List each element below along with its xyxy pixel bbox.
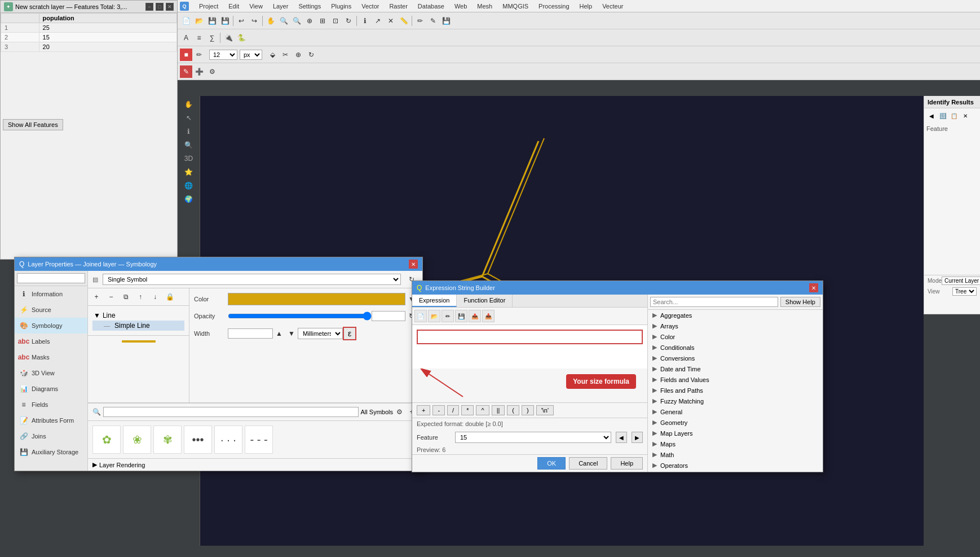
zoom-layer-btn[interactable]: ⊞ (316, 15, 329, 27)
mode-select[interactable]: Current Layer (942, 277, 980, 285)
cat-general[interactable]: ▶ General (648, 406, 823, 417)
op-concat[interactable]: || (492, 405, 505, 415)
plugin-btn[interactable]: 🔌 (222, 32, 235, 44)
cat-datetime[interactable]: ▶ Date and Time (648, 363, 823, 374)
new-file-btn[interactable]: 📄 (180, 15, 192, 27)
menu-vector[interactable]: Vector (357, 2, 383, 11)
zoom-out-btn[interactable]: 🔍 (290, 15, 303, 27)
menu-plugins[interactable]: Plugins (326, 2, 356, 11)
identify-tb-btn-3[interactable]: 📋 (949, 111, 959, 121)
map-3d-btn[interactable]: 3D (183, 152, 195, 165)
rm-sym-btn[interactable]: − (105, 291, 117, 303)
sidebar-item-joins[interactable]: 🔗 Joins (15, 428, 87, 444)
lock-sym-btn[interactable]: 🔒 (164, 291, 176, 303)
menu-edit[interactable]: Edit (224, 2, 244, 11)
layer-props-close-btn[interactable]: ✕ (409, 260, 418, 269)
op-minus[interactable]: - (432, 405, 445, 415)
features-close-btn[interactable]: ✕ (166, 3, 174, 11)
expr-cancel-btn[interactable]: Cancel (569, 457, 607, 470)
identify-btn[interactable]: ℹ (359, 15, 371, 27)
cat-arrays[interactable]: ▶ Arrays (648, 321, 823, 331)
menu-mesh[interactable]: Mesh (473, 2, 497, 11)
expr-help-btn[interactable]: Help (611, 457, 643, 470)
field-calc-btn[interactable]: ∑ (206, 32, 218, 44)
map-pan-btn[interactable]: ✋ (183, 98, 195, 111)
redo-btn[interactable]: ↪ (248, 15, 261, 27)
op-lparen[interactable]: ( (507, 405, 519, 415)
opacity-value[interactable]: 100.0 % (372, 311, 405, 321)
tab-function-editor[interactable]: Function Editor (457, 295, 513, 307)
menu-web[interactable]: Web (450, 2, 471, 11)
open-btn[interactable]: 📂 (193, 15, 205, 27)
sidebar-item-labels[interactable]: abc Labels (15, 334, 87, 349)
rotate-btn[interactable]: ↻ (305, 49, 317, 61)
map-globe-btn[interactable]: 🌐 (183, 179, 195, 192)
undo-btn[interactable]: ↩ (235, 15, 248, 27)
add-feature-btn[interactable]: ➕ (193, 65, 205, 78)
show-help-btn[interactable]: Show Help (780, 297, 820, 307)
toggle-edit2-btn[interactable]: ✎ (180, 65, 192, 78)
dup-sym-btn[interactable]: ⧉ (120, 291, 132, 303)
feature-next-btn[interactable]: ▶ (632, 432, 643, 443)
cat-aggregates[interactable]: ▶ Aggregates (648, 310, 823, 321)
tree-item-line[interactable]: ▼ Line (92, 310, 184, 321)
sidebar-item-fields[interactable]: ≡ Fields (15, 397, 87, 413)
identify-tb-btn-4[interactable]: ✕ (960, 111, 970, 121)
merge-btn[interactable]: ⊕ (292, 49, 304, 61)
sidebar-item-source[interactable]: ⚡ Source (15, 302, 87, 318)
save-as-btn[interactable]: 💾 (219, 15, 231, 27)
up-sym-btn[interactable]: ↑ (134, 291, 147, 303)
sidebar-item-symbology[interactable]: 🎨 Symbology (15, 318, 87, 334)
map-bookmark-btn[interactable]: ⭐ (183, 166, 195, 178)
menu-layer[interactable]: Layer (268, 2, 293, 11)
advanced-digitize-btn[interactable]: ⚙ (206, 65, 218, 78)
op-multiply[interactable]: * (461, 405, 474, 415)
width-up-btn[interactable]: ▲ (273, 327, 285, 340)
view-select[interactable]: Tree (952, 287, 977, 296)
down-sym-btn[interactable]: ↓ (149, 291, 161, 303)
menu-settings[interactable]: Settings (294, 2, 325, 11)
expr-close-btn[interactable]: ✕ (809, 283, 818, 292)
refresh-btn[interactable]: ↻ (342, 15, 355, 27)
sidebar-item-diagrams[interactable]: 📊 Diagrams (15, 381, 87, 397)
menu-mmqgis[interactable]: MMQGIS (498, 2, 533, 11)
cat-files-paths[interactable]: ▶ Files and Paths (648, 385, 823, 396)
zoom-in-btn[interactable]: 🔍 (277, 15, 290, 27)
cat-conditionals[interactable]: ▶ Conditionals (648, 342, 823, 353)
cat-geometry[interactable]: ▶ Geometry (648, 417, 823, 428)
cat-math[interactable]: ▶ Math (648, 449, 823, 460)
all-symbols-input[interactable] (103, 407, 359, 417)
menu-raster[interactable]: Raster (385, 2, 412, 11)
cat-fuzzy[interactable]: ▶ Fuzzy Matching (648, 396, 823, 406)
gallery-item-1[interactable]: ✿ (92, 426, 121, 454)
zoom-full-btn[interactable]: ⊕ (303, 15, 316, 27)
features-minimize-btn[interactable]: − (145, 3, 153, 11)
cat-fields-values[interactable]: ▶ Fields and Values (648, 374, 823, 385)
map-globe2-btn[interactable]: 🌍 (183, 193, 195, 205)
feature-select[interactable]: 15 (455, 432, 611, 443)
identify-tb-btn-2[interactable]: 🔢 (938, 111, 948, 121)
gallery-item-6[interactable]: - - - (245, 426, 273, 454)
python-btn[interactable]: 🐍 (235, 32, 248, 44)
op-newline[interactable]: '\n' (536, 405, 554, 415)
menu-project[interactable]: Project (195, 2, 223, 11)
sidebar-item-attributes-form[interactable]: 📝 Attributes Form (15, 413, 87, 428)
deselect-btn[interactable]: ✕ (385, 15, 397, 27)
zoom-selection-btn[interactable]: ⊡ (329, 15, 342, 27)
sidebar-item-3dview[interactable]: 🎲 3D View (15, 365, 87, 381)
gallery-item-2[interactable]: ❀ (123, 426, 151, 454)
split-feature-btn[interactable]: ✂ (279, 49, 292, 61)
op-power[interactable]: ^ (476, 405, 489, 415)
expr-save-btn[interactable]: ✏ (442, 310, 454, 322)
identify-tb-btn-1[interactable]: ◀ (926, 111, 937, 121)
map-info-btn[interactable]: ℹ (183, 125, 195, 138)
op-plus[interactable]: + (417, 405, 430, 415)
expr-new-btn[interactable]: 📄 (414, 310, 427, 322)
tree-item-simple-line[interactable]: — Simple Line (92, 321, 184, 331)
sidebar-item-masks[interactable]: abc Masks (15, 349, 87, 365)
toggle-edit-btn[interactable]: ✎ (427, 15, 439, 27)
expr-formula-input[interactable]: "population_sum" / 10 (417, 330, 643, 344)
node-tool-btn[interactable]: ⬙ (266, 49, 279, 61)
expr-save2-btn[interactable]: 💾 (455, 310, 467, 322)
expr-import-btn[interactable]: 📥 (482, 310, 495, 322)
